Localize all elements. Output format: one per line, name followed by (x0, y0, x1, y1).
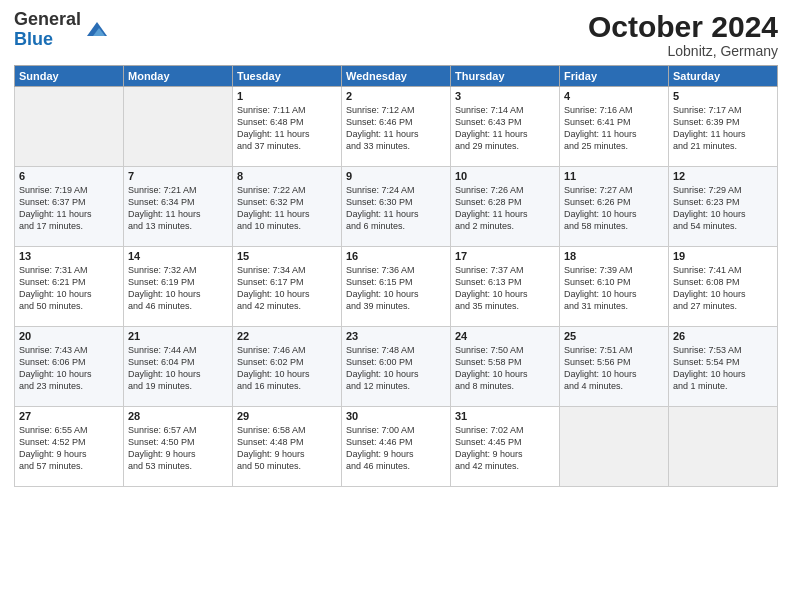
calendar-cell: 25Sunrise: 7:51 AM Sunset: 5:56 PM Dayli… (560, 327, 669, 407)
cell-content: Sunrise: 7:24 AM Sunset: 6:30 PM Dayligh… (346, 184, 446, 233)
weekday-header-monday: Monday (124, 66, 233, 87)
calendar-cell: 16Sunrise: 7:36 AM Sunset: 6:15 PM Dayli… (342, 247, 451, 327)
calendar-cell: 17Sunrise: 7:37 AM Sunset: 6:13 PM Dayli… (451, 247, 560, 327)
weekday-header-sunday: Sunday (15, 66, 124, 87)
cell-content: Sunrise: 7:21 AM Sunset: 6:34 PM Dayligh… (128, 184, 228, 233)
calendar-cell: 23Sunrise: 7:48 AM Sunset: 6:00 PM Dayli… (342, 327, 451, 407)
day-number: 2 (346, 90, 446, 102)
calendar-cell (560, 407, 669, 487)
day-number: 21 (128, 330, 228, 342)
month-title: October 2024 (588, 10, 778, 43)
cell-content: Sunrise: 7:22 AM Sunset: 6:32 PM Dayligh… (237, 184, 337, 233)
cell-content: Sunrise: 7:19 AM Sunset: 6:37 PM Dayligh… (19, 184, 119, 233)
day-number: 13 (19, 250, 119, 262)
logo-blue: Blue (14, 30, 81, 50)
day-number: 6 (19, 170, 119, 182)
weekday-header-friday: Friday (560, 66, 669, 87)
cell-content: Sunrise: 7:48 AM Sunset: 6:00 PM Dayligh… (346, 344, 446, 393)
day-number: 29 (237, 410, 337, 422)
calendar-cell: 29Sunrise: 6:58 AM Sunset: 4:48 PM Dayli… (233, 407, 342, 487)
cell-content: Sunrise: 7:29 AM Sunset: 6:23 PM Dayligh… (673, 184, 773, 233)
day-number: 31 (455, 410, 555, 422)
day-number: 9 (346, 170, 446, 182)
day-number: 14 (128, 250, 228, 262)
calendar-cell: 10Sunrise: 7:26 AM Sunset: 6:28 PM Dayli… (451, 167, 560, 247)
day-number: 26 (673, 330, 773, 342)
day-number: 17 (455, 250, 555, 262)
cell-content: Sunrise: 7:27 AM Sunset: 6:26 PM Dayligh… (564, 184, 664, 233)
calendar-cell: 20Sunrise: 7:43 AM Sunset: 6:06 PM Dayli… (15, 327, 124, 407)
calendar-cell: 7Sunrise: 7:21 AM Sunset: 6:34 PM Daylig… (124, 167, 233, 247)
calendar-cell: 11Sunrise: 7:27 AM Sunset: 6:26 PM Dayli… (560, 167, 669, 247)
calendar-cell (669, 407, 778, 487)
calendar-cell: 2Sunrise: 7:12 AM Sunset: 6:46 PM Daylig… (342, 87, 451, 167)
day-number: 30 (346, 410, 446, 422)
logo-general: General (14, 10, 81, 30)
cell-content: Sunrise: 7:44 AM Sunset: 6:04 PM Dayligh… (128, 344, 228, 393)
day-number: 10 (455, 170, 555, 182)
location: Lobnitz, Germany (588, 43, 778, 59)
day-number: 3 (455, 90, 555, 102)
calendar-cell: 26Sunrise: 7:53 AM Sunset: 5:54 PM Dayli… (669, 327, 778, 407)
cell-content: Sunrise: 7:14 AM Sunset: 6:43 PM Dayligh… (455, 104, 555, 153)
cell-content: Sunrise: 7:31 AM Sunset: 6:21 PM Dayligh… (19, 264, 119, 313)
title-section: October 2024 Lobnitz, Germany (588, 10, 778, 59)
day-number: 28 (128, 410, 228, 422)
day-number: 20 (19, 330, 119, 342)
calendar-cell: 12Sunrise: 7:29 AM Sunset: 6:23 PM Dayli… (669, 167, 778, 247)
calendar-cell: 13Sunrise: 7:31 AM Sunset: 6:21 PM Dayli… (15, 247, 124, 327)
logo: General Blue (14, 10, 109, 50)
cell-content: Sunrise: 7:43 AM Sunset: 6:06 PM Dayligh… (19, 344, 119, 393)
day-number: 24 (455, 330, 555, 342)
cell-content: Sunrise: 7:11 AM Sunset: 6:48 PM Dayligh… (237, 104, 337, 153)
calendar-cell: 3Sunrise: 7:14 AM Sunset: 6:43 PM Daylig… (451, 87, 560, 167)
calendar-cell: 24Sunrise: 7:50 AM Sunset: 5:58 PM Dayli… (451, 327, 560, 407)
cell-content: Sunrise: 7:53 AM Sunset: 5:54 PM Dayligh… (673, 344, 773, 393)
cell-content: Sunrise: 7:46 AM Sunset: 6:02 PM Dayligh… (237, 344, 337, 393)
day-number: 5 (673, 90, 773, 102)
cell-content: Sunrise: 7:50 AM Sunset: 5:58 PM Dayligh… (455, 344, 555, 393)
cell-content: Sunrise: 7:02 AM Sunset: 4:45 PM Dayligh… (455, 424, 555, 473)
cell-content: Sunrise: 7:32 AM Sunset: 6:19 PM Dayligh… (128, 264, 228, 313)
day-number: 8 (237, 170, 337, 182)
cell-content: Sunrise: 6:57 AM Sunset: 4:50 PM Dayligh… (128, 424, 228, 473)
page-header: General Blue October 2024 Lobnitz, Germa… (14, 10, 778, 59)
day-number: 18 (564, 250, 664, 262)
weekday-header-thursday: Thursday (451, 66, 560, 87)
cell-content: Sunrise: 6:55 AM Sunset: 4:52 PM Dayligh… (19, 424, 119, 473)
cell-content: Sunrise: 7:16 AM Sunset: 6:41 PM Dayligh… (564, 104, 664, 153)
day-number: 23 (346, 330, 446, 342)
calendar-cell: 18Sunrise: 7:39 AM Sunset: 6:10 PM Dayli… (560, 247, 669, 327)
weekday-header-tuesday: Tuesday (233, 66, 342, 87)
calendar-cell: 31Sunrise: 7:02 AM Sunset: 4:45 PM Dayli… (451, 407, 560, 487)
day-number: 11 (564, 170, 664, 182)
cell-content: Sunrise: 7:51 AM Sunset: 5:56 PM Dayligh… (564, 344, 664, 393)
calendar-cell: 9Sunrise: 7:24 AM Sunset: 6:30 PM Daylig… (342, 167, 451, 247)
cell-content: Sunrise: 6:58 AM Sunset: 4:48 PM Dayligh… (237, 424, 337, 473)
cell-content: Sunrise: 7:39 AM Sunset: 6:10 PM Dayligh… (564, 264, 664, 313)
calendar-cell (124, 87, 233, 167)
calendar-cell: 6Sunrise: 7:19 AM Sunset: 6:37 PM Daylig… (15, 167, 124, 247)
calendar-cell: 21Sunrise: 7:44 AM Sunset: 6:04 PM Dayli… (124, 327, 233, 407)
calendar-cell: 4Sunrise: 7:16 AM Sunset: 6:41 PM Daylig… (560, 87, 669, 167)
calendar-cell: 19Sunrise: 7:41 AM Sunset: 6:08 PM Dayli… (669, 247, 778, 327)
day-number: 25 (564, 330, 664, 342)
weekday-header-saturday: Saturday (669, 66, 778, 87)
logo-icon (85, 18, 109, 42)
calendar-cell: 28Sunrise: 6:57 AM Sunset: 4:50 PM Dayli… (124, 407, 233, 487)
calendar-cell: 15Sunrise: 7:34 AM Sunset: 6:17 PM Dayli… (233, 247, 342, 327)
day-number: 4 (564, 90, 664, 102)
day-number: 19 (673, 250, 773, 262)
calendar: SundayMondayTuesdayWednesdayThursdayFrid… (14, 65, 778, 487)
weekday-header-wednesday: Wednesday (342, 66, 451, 87)
calendar-cell: 22Sunrise: 7:46 AM Sunset: 6:02 PM Dayli… (233, 327, 342, 407)
cell-content: Sunrise: 7:12 AM Sunset: 6:46 PM Dayligh… (346, 104, 446, 153)
cell-content: Sunrise: 7:00 AM Sunset: 4:46 PM Dayligh… (346, 424, 446, 473)
day-number: 16 (346, 250, 446, 262)
calendar-cell: 8Sunrise: 7:22 AM Sunset: 6:32 PM Daylig… (233, 167, 342, 247)
calendar-cell: 14Sunrise: 7:32 AM Sunset: 6:19 PM Dayli… (124, 247, 233, 327)
cell-content: Sunrise: 7:26 AM Sunset: 6:28 PM Dayligh… (455, 184, 555, 233)
day-number: 22 (237, 330, 337, 342)
cell-content: Sunrise: 7:41 AM Sunset: 6:08 PM Dayligh… (673, 264, 773, 313)
calendar-cell: 1Sunrise: 7:11 AM Sunset: 6:48 PM Daylig… (233, 87, 342, 167)
